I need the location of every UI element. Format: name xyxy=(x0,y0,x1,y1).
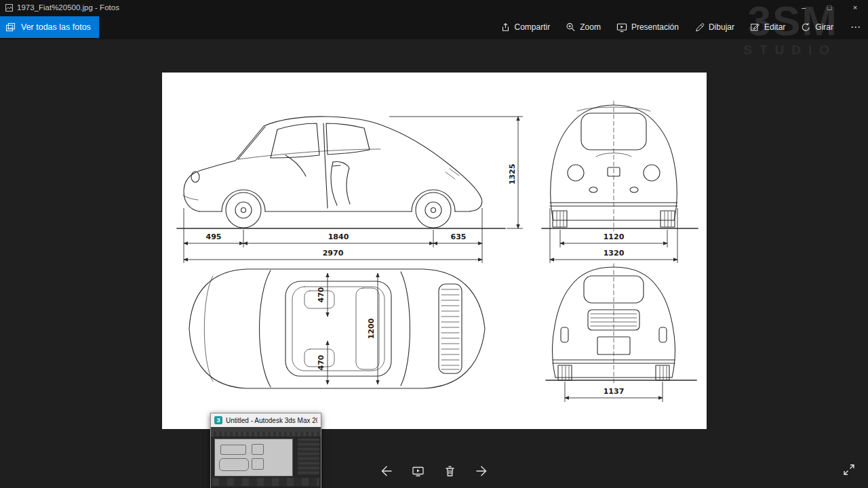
top-chrome: 3SM STUDIO 1973_Fiat%20500.jpg - Fotos –… xyxy=(0,0,868,39)
expand-icon xyxy=(842,463,856,476)
previous-photo-button[interactable] xyxy=(379,464,394,479)
taskbar-thumbnail-preview[interactable]: 3 Untitled - Autodesk 3ds Max 20... xyxy=(210,413,321,488)
zoom-button[interactable]: Zoom xyxy=(564,22,602,33)
next-photo-button[interactable] xyxy=(475,464,490,479)
dim-label: 2970 xyxy=(323,249,344,258)
3ds-max-icon: 3 xyxy=(214,416,222,424)
rotate-button[interactable]: Girar xyxy=(800,22,835,33)
rotate-icon xyxy=(801,22,811,33)
mini-menubar xyxy=(211,427,321,432)
view-all-photos-label: Ver todas las fotos xyxy=(21,22,91,32)
3ds-max-screenshot[interactable] xyxy=(211,427,321,487)
dim-label: 635 xyxy=(451,232,467,241)
slideshow-play-button[interactable] xyxy=(411,464,426,479)
share-icon xyxy=(500,22,511,33)
delete-button[interactable] xyxy=(443,464,458,479)
slideshow-label: Presentación xyxy=(631,22,679,32)
window-title-text: 1973_Fiat%20500.jpg - Fotos xyxy=(17,3,119,12)
mini-toolbar xyxy=(211,432,321,436)
arrow-right-icon xyxy=(475,464,489,478)
slideshow-button[interactable]: Presentación xyxy=(615,22,680,33)
draw-label: Dibujar xyxy=(709,22,734,32)
app-icon xyxy=(5,4,13,12)
toolbar-actions: Compartir Zoom Presentación xyxy=(499,16,864,38)
photo-blueprint[interactable]: 495 1840 635 2970 1325 xyxy=(162,73,707,429)
slideshow-icon xyxy=(616,22,627,33)
minimize-button[interactable]: – xyxy=(791,0,816,15)
maximize-button[interactable]: □ xyxy=(816,0,842,15)
dim-label: 1325 xyxy=(508,164,517,185)
draw-button[interactable]: Dibujar xyxy=(693,22,736,33)
arrow-left-icon xyxy=(380,464,393,478)
dim-label: 470 xyxy=(317,354,326,370)
mini-viewport xyxy=(214,439,293,476)
more-options-button[interactable]: ⋯ xyxy=(848,21,864,33)
mini-command-panel xyxy=(298,439,319,475)
mini-side-view xyxy=(220,445,246,455)
mini-front-view xyxy=(252,444,264,455)
pen-icon xyxy=(694,22,705,33)
trash-icon xyxy=(443,464,457,478)
share-button[interactable]: Compartir xyxy=(499,22,552,33)
dim-label: 1200 xyxy=(367,318,376,339)
photo-gallery-icon xyxy=(5,22,16,33)
dim-label: 1120 xyxy=(604,232,625,241)
edit-button[interactable]: Editar xyxy=(749,22,787,33)
fullscreen-button[interactable] xyxy=(841,462,857,479)
mini-status-bar xyxy=(212,478,319,486)
thumbnail-header: 3 Untitled - Autodesk 3ds Max 20... xyxy=(211,413,321,427)
mini-top-view xyxy=(219,458,249,471)
bottom-nav-controls xyxy=(379,464,490,479)
toolbar: Ver todas las fotos Compartir Zoom xyxy=(0,15,868,39)
thumbnail-title: Untitled - Autodesk 3ds Max 20... xyxy=(226,417,317,424)
title-bar: 1973_Fiat%20500.jpg - Fotos xyxy=(0,0,868,15)
display-icon xyxy=(412,464,425,478)
dim-label: 1320 xyxy=(604,249,625,258)
edit-icon xyxy=(750,22,760,33)
photo-viewer: 495 1840 635 2970 1325 xyxy=(0,39,868,488)
share-label: Compartir xyxy=(515,22,551,32)
photos-app-window: 3SM STUDIO 1973_Fiat%20500.jpg - Fotos –… xyxy=(0,0,868,488)
dim-label: 470 xyxy=(317,287,326,302)
window-controls: – □ × xyxy=(791,0,868,15)
dim-label: 1137 xyxy=(604,387,625,396)
zoom-label: Zoom xyxy=(580,22,601,32)
dim-label: 495 xyxy=(206,232,222,241)
view-all-photos-button[interactable]: Ver todas las fotos xyxy=(0,16,99,38)
window-title: 1973_Fiat%20500.jpg - Fotos xyxy=(0,3,119,12)
edit-label: Editar xyxy=(764,22,785,32)
fiat-500-blueprint: 495 1840 635 2970 1325 xyxy=(162,73,707,429)
zoom-icon xyxy=(566,22,576,33)
dim-label: 1840 xyxy=(328,232,349,241)
mini-rear-view xyxy=(252,458,264,470)
watermark-text-2: STUDIO xyxy=(743,43,837,56)
rotate-label: Girar xyxy=(815,22,833,32)
close-button[interactable]: × xyxy=(842,0,868,15)
